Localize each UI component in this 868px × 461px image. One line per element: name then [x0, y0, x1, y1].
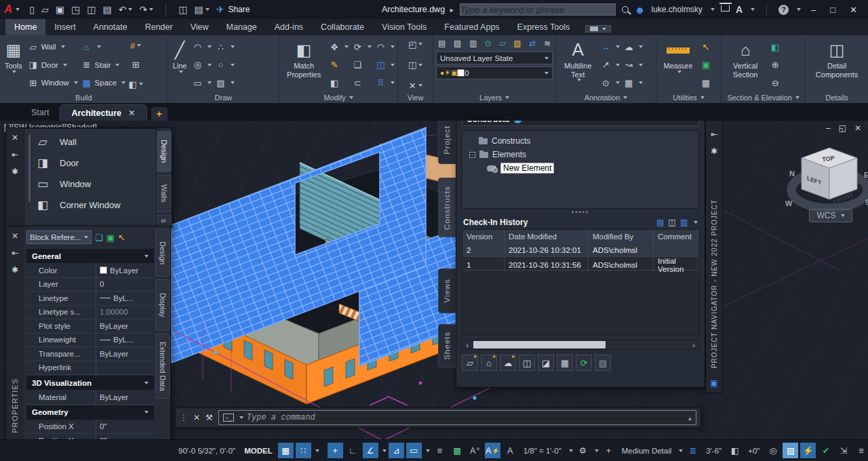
- coordinates-display[interactable]: 90'-0 5/32", 0'-0": [175, 447, 239, 455]
- array-tool[interactable]: ⠿: [375, 75, 395, 91]
- toggle-pickadd-icon[interactable]: ❏: [95, 233, 103, 243]
- offset-tool[interactable]: ⊂: [352, 75, 372, 91]
- user-avatar[interactable]: ☻: [635, 4, 646, 16]
- open-drawing-button[interactable]: ◫: [519, 355, 535, 371]
- properties-gear-icon[interactable]: ✱: [12, 167, 18, 176]
- section-general[interactable]: General: [26, 249, 154, 263]
- autodesk-a-icon[interactable]: A: [736, 4, 743, 15]
- ortho-toggle[interactable]: ∟: [345, 443, 361, 458]
- isolate-objects-toggle[interactable]: ◎: [765, 443, 781, 458]
- circle-tool[interactable]: ◎: [192, 57, 212, 73]
- snap-toggle[interactable]: ∷: [296, 443, 311, 458]
- layout-icon[interactable]: ◫: [178, 4, 187, 15]
- doc-close-icon[interactable]: ✕: [854, 123, 861, 133]
- panel-label-utilities[interactable]: Utilities: [656, 92, 721, 103]
- current-layer-dropdown[interactable]: ● ☀ ▣ 0: [436, 66, 553, 79]
- logo-caret-icon[interactable]: [16, 8, 20, 11]
- prop-linetype-scale[interactable]: Linetype s...1.00000: [26, 306, 154, 320]
- prop-linetype[interactable]: LinetypeByL...: [26, 292, 154, 306]
- multiline-text-button[interactable]: AMultiline Text: [559, 37, 597, 92]
- polar-caret-icon[interactable]: [382, 449, 387, 452]
- share-button[interactable]: Share: [228, 5, 250, 14]
- door-tool[interactable]: ◨Door: [28, 57, 78, 73]
- new-category-button[interactable]: ▱: [462, 355, 478, 371]
- annotation-scale-value[interactable]: 1/8" = 1'-0": [520, 447, 565, 455]
- tab-featured-apps[interactable]: Featured Apps: [435, 19, 508, 35]
- palette-splitter[interactable]: •••••: [462, 209, 699, 215]
- close-icon[interactable]: ✕: [12, 231, 18, 241]
- prop-material[interactable]: MaterialByLayer: [26, 390, 154, 405]
- panel-label-annotation[interactable]: Annotation: [556, 92, 656, 103]
- tree-node-elements[interactable]: −Elements: [469, 148, 698, 161]
- autohide-icon[interactable]: ⇤: [711, 129, 717, 139]
- stair-tool[interactable]: ≣Stair: [81, 57, 126, 73]
- layer-off-icon[interactable]: ▧: [454, 39, 461, 48]
- tree-node-new-element[interactable]: New Element: [469, 161, 698, 175]
- print-icon[interactable]: ▤: [102, 4, 111, 15]
- rotate-tool[interactable]: ⟳: [352, 39, 372, 55]
- expand-caret-icon[interactable]: ▸: [450, 6, 454, 14]
- wall-tool[interactable]: ▱Wall: [28, 39, 78, 55]
- layer-properties-icon[interactable]: ▤: [438, 39, 446, 48]
- quick-select-tool[interactable]: ↖: [701, 39, 711, 55]
- layer-walk-icon[interactable]: ≋: [544, 39, 551, 48]
- detail-level-dropdown[interactable]: Medium Detail: [618, 447, 675, 455]
- scale-caret-icon[interactable]: [569, 449, 573, 452]
- project-monitor-icon[interactable]: ▣: [710, 378, 717, 388]
- ucs-dropdown[interactable]: WCS: [809, 209, 852, 222]
- move-tool[interactable]: ✥: [329, 39, 349, 55]
- close-button[interactable]: ✕: [846, 5, 861, 15]
- prop-hyperlink[interactable]: Hyperlink: [26, 361, 154, 376]
- doc-minimize-icon[interactable]: –: [826, 123, 831, 133]
- measure-button[interactable]: Measure: [659, 37, 697, 92]
- prop-tab-extended-data[interactable]: Extended Data: [155, 334, 170, 399]
- properties-gear-icon[interactable]: ✱: [12, 265, 18, 275]
- autohide-icon[interactable]: ⇤: [12, 150, 18, 159]
- line-button[interactable]: ╱Line: [171, 37, 189, 92]
- workspace-switch-icon[interactable]: ✔: [818, 443, 833, 458]
- prop-lineweight[interactable]: LineweightByL...: [26, 334, 154, 348]
- open-file-icon[interactable]: ▱: [41, 4, 49, 15]
- sheet-set-icon[interactable]: ▤: [194, 4, 209, 15]
- prop-layer[interactable]: Layer0: [26, 278, 154, 292]
- copy-tool[interactable]: ❏: [352, 57, 372, 73]
- prop-transparency[interactable]: Transpare...ByLayer: [26, 347, 154, 361]
- snap-caret-icon[interactable]: [315, 449, 319, 452]
- palette-tool-corner-window[interactable]: ◧Corner Window: [34, 195, 156, 216]
- tag-tool[interactable]: ⊙: [600, 75, 620, 91]
- refresh-button[interactable]: ⟳: [576, 355, 592, 371]
- palette-tool-window[interactable]: ▭Window: [34, 174, 156, 195]
- command-input-field[interactable]: >_ ▴: [218, 410, 696, 425]
- named-views-tool[interactable]: ◫: [409, 58, 422, 72]
- save-as-icon[interactable]: ◳: [71, 4, 80, 15]
- search-input[interactable]: [460, 3, 616, 16]
- repath-button[interactable]: ▨: [595, 355, 611, 371]
- prop-plot-style[interactable]: Plot styleByLayer: [26, 319, 154, 334]
- autodesk-caret-icon[interactable]: [751, 8, 755, 11]
- tab-vision-tools[interactable]: Vision Tools: [373, 19, 435, 35]
- palette-tool-door[interactable]: ◨Door: [34, 153, 156, 174]
- layer-state-dropdown[interactable]: Unsaved Layer State: [436, 52, 553, 64]
- layer-lock-icon[interactable]: ▨: [513, 39, 521, 48]
- panel-label-build[interactable]: Build: [0, 92, 167, 103]
- panel-label-layers[interactable]: Layers: [433, 92, 555, 103]
- history-view-icon[interactable]: ▥: [680, 218, 688, 227]
- detail-caret-icon[interactable]: [679, 449, 683, 452]
- tab-add-ins[interactable]: Add-ins: [266, 19, 312, 35]
- help-caret-icon[interactable]: [797, 8, 801, 11]
- command-input[interactable]: [247, 413, 685, 422]
- lineweight-toggle[interactable]: ≡: [432, 443, 448, 458]
- box3d-tool[interactable]: ◧: [329, 75, 349, 91]
- tab-manage[interactable]: Manage: [218, 19, 266, 35]
- annotation-leader2-tool[interactable]: ↝: [623, 57, 643, 73]
- nav-tab-sheets[interactable]: Sheets: [438, 324, 456, 367]
- new-file-icon[interactable]: ▯: [29, 4, 35, 15]
- horizontal-scrollbar[interactable]: ‹ ›: [462, 340, 699, 350]
- tab-home[interactable]: Home: [5, 19, 45, 35]
- table-row[interactable]: 1 2021-10-26 10:31:56 ADS\cholmsl Initia…: [462, 257, 698, 270]
- save-icon[interactable]: ▣: [56, 4, 64, 15]
- scrollbar-thumb[interactable]: [473, 341, 606, 348]
- store-cart-icon[interactable]: [721, 5, 730, 12]
- column-grid-tool[interactable]: ⊞: [129, 58, 142, 72]
- rectangle-tool[interactable]: ▭: [192, 75, 212, 91]
